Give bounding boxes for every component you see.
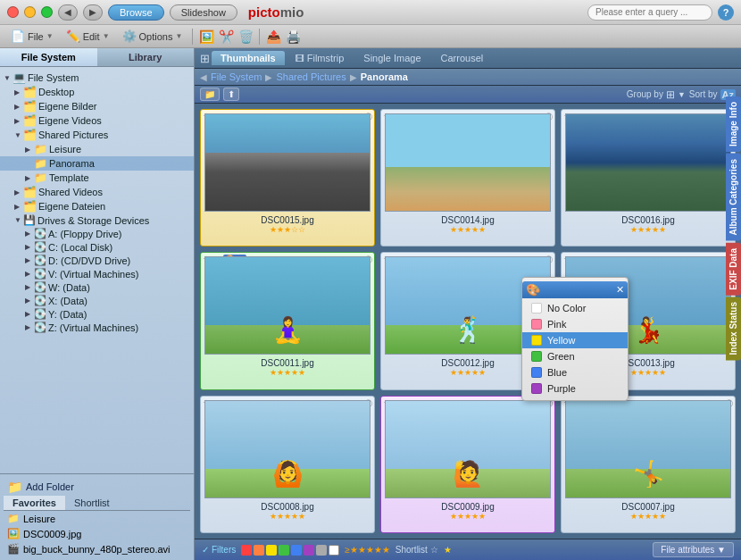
- tree-item-desktop[interactable]: ▶🗂️Desktop: [0, 85, 194, 99]
- menu-file[interactable]: 📄 File ▼: [5, 28, 59, 45]
- thumbnail-3[interactable]: ☆ ⓘ 🎨▼ 🧘‍♀️ DSC0011.jpg ★★★★★: [200, 252, 375, 389]
- color-filter-4[interactable]: [291, 545, 302, 556]
- fav-item-0[interactable]: 📁Leisure: [4, 511, 190, 526]
- tab-filesystem[interactable]: File System: [0, 48, 97, 66]
- shortlist-button[interactable]: Shortlist ☆: [395, 545, 438, 555]
- separator: [192, 29, 193, 45]
- tree-item-a[interactable]: ▶💽A: (Floppy Drive): [0, 227, 194, 240]
- color-filter-0[interactable]: [241, 545, 252, 556]
- thumbnail-7[interactable]: ☆ ⓘ 🙋 DSC0009.jpg ★★★★★: [380, 396, 555, 533]
- fav-tab-favorites[interactable]: Favorites: [4, 496, 65, 510]
- color-filter-6[interactable]: [316, 545, 327, 556]
- color-option-1[interactable]: Pink: [522, 316, 628, 332]
- maximize-button[interactable]: [41, 6, 53, 18]
- new-folder-button[interactable]: 📁: [200, 88, 220, 101]
- side-tab-2[interactable]: EXIF Data: [726, 243, 741, 296]
- tree-item-z[interactable]: ▶💽Z: (Virtual Machines): [0, 321, 194, 334]
- color-swatch-2: [531, 335, 542, 346]
- thumbnail-2[interactable]: ☆ ⓘ DSC0016.jpg ★★★★★: [561, 109, 736, 247]
- thumb-stars: ★★★★★: [270, 368, 305, 377]
- menu-options[interactable]: ⚙️ Options ▼: [117, 28, 188, 45]
- group-by-control[interactable]: Group by ⊞ ▼: [627, 88, 686, 101]
- thumbnail-1[interactable]: ☆ ⓘ DSC0014.jpg ★★★★★: [380, 109, 555, 247]
- side-tab-0[interactable]: Image Info: [726, 96, 741, 152]
- tab-thumbnails[interactable]: Thumbnails: [212, 51, 285, 65]
- tab-carrousel[interactable]: Carrousel: [432, 51, 493, 65]
- right-panel: ⊞ Thumbnails 🎞Filmstrip Single Image Car…: [195, 48, 741, 560]
- fav-item-2[interactable]: 🎬big_buck_bunny_480p_stereo.avi: [4, 541, 190, 556]
- tree-item-template[interactable]: ▶📁Template: [0, 171, 194, 185]
- color-filter-2[interactable]: [266, 545, 277, 556]
- tree-item-leisure[interactable]: ▶📁Leisure: [0, 142, 194, 156]
- thumbnail-6[interactable]: ☆ ⓘ 🙆 DSC0008.jpg ★★★★★: [200, 396, 375, 533]
- thumbnail-8[interactable]: ☆ ⓘ 🤸 DSC0007.jpg ★★★★★: [561, 396, 736, 533]
- tab-filmstrip[interactable]: 🎞Filmstrip: [287, 51, 354, 65]
- tab-single-image[interactable]: Single Image: [354, 51, 429, 65]
- toolbar-share-icon[interactable]: 📤: [264, 29, 282, 45]
- color-filter-3[interactable]: [279, 545, 289, 556]
- upload-button[interactable]: ⬆: [223, 88, 239, 101]
- color-filter-white[interactable]: [329, 545, 339, 556]
- search-input[interactable]: [587, 4, 712, 21]
- color-option-0[interactable]: No Color: [522, 300, 628, 316]
- fav-tab-shortlist[interactable]: Shortlist: [65, 496, 119, 510]
- forward-button[interactable]: ▶: [83, 4, 103, 21]
- tab-slideshow[interactable]: Slideshow: [170, 4, 237, 21]
- bottom-bar: ✓ Filters ≥ ★★★★★ Shortlist ☆ ★ File att…: [195, 539, 741, 560]
- tree-item-filesystem[interactable]: ▼💻File System: [0, 71, 194, 85]
- color-option-2[interactable]: Yellow: [522, 332, 628, 348]
- tree-item-d[interactable]: ▶💽D: (CD/DVD Drive): [0, 254, 194, 267]
- color-filter-1[interactable]: [254, 545, 264, 556]
- tree-item-x[interactable]: ▶💽X: (Data): [0, 294, 194, 307]
- stars-display: ★★★★★: [350, 545, 390, 555]
- help-button[interactable]: ?: [718, 4, 734, 21]
- breadcrumb-shared[interactable]: Shared Pictures: [276, 71, 346, 82]
- side-tab-3[interactable]: Index Status: [726, 297, 741, 360]
- close-button[interactable]: [7, 6, 19, 18]
- minimize-button[interactable]: [24, 6, 36, 18]
- side-tab-1[interactable]: Album Categories: [726, 154, 741, 241]
- tree-item-v[interactable]: ▶💽V: (Virtual Machines): [0, 267, 194, 280]
- add-folder-button[interactable]: 📁 Add Folder: [4, 478, 190, 496]
- thumb-silhouette: 🙋: [386, 459, 550, 489]
- thumb-silhouette: 🤸: [566, 459, 730, 489]
- color-context-menu: 🎨 ✕ No ColorPinkYellowGreenBluePurple: [521, 277, 629, 401]
- tree-item-eigene_videos[interactable]: ▶🗂️Eigene Videos: [0, 113, 194, 128]
- add-folder-icon: 📁: [7, 480, 22, 494]
- check-icon: ✓: [202, 545, 209, 555]
- menu-edit[interactable]: ✏️ Edit ▼: [61, 28, 115, 45]
- star-favorite[interactable]: ★: [444, 545, 452, 555]
- back-button[interactable]: ◀: [58, 4, 78, 21]
- tree-item-y[interactable]: ▶💽Y: (Data): [0, 307, 194, 321]
- toolbar-delete-icon[interactable]: 🗑️: [237, 29, 254, 45]
- tree-arrow: ▶: [25, 323, 32, 331]
- tree-arrow: ▶: [25, 230, 32, 238]
- breadcrumb-filesystem[interactable]: File System: [211, 71, 262, 82]
- tab-browse[interactable]: Browse: [108, 4, 164, 21]
- color-option-3[interactable]: Green: [522, 348, 628, 364]
- toolbar-cut-icon[interactable]: ✂️: [217, 29, 235, 45]
- tree-item-c[interactable]: ▶💽C: (Local Disk): [0, 240, 194, 254]
- file-attributes-button[interactable]: File attributes ▼: [653, 542, 734, 557]
- thumbnail-grid: ☆ ⓘ DSC0015.jpg ★★★☆☆ ☆ ⓘ DSC0014.jpg ★★…: [195, 104, 741, 539]
- tree-item-drives[interactable]: ▼💾Drives & Storage Devices: [0, 213, 194, 227]
- tree-item-eigene_dateien[interactable]: ▶🗂️Eigene Dateien: [0, 199, 194, 213]
- color-option-5[interactable]: Purple: [522, 380, 628, 397]
- tree-item-w[interactable]: ▶💽W: (Data): [0, 280, 194, 294]
- menu-edit-label: Edit: [83, 31, 100, 42]
- thumb-image: 🧘‍♀️: [204, 256, 370, 355]
- tree-arrow: ▶: [14, 203, 21, 211]
- color-filter-5[interactable]: [304, 545, 314, 556]
- view-tab-bar: ⊞ Thumbnails 🎞Filmstrip Single Image Car…: [195, 48, 741, 69]
- color-option-4[interactable]: Blue: [522, 364, 628, 380]
- tree-item-shared_videos[interactable]: ▶🗂️Shared Videos: [0, 185, 194, 199]
- color-menu-close[interactable]: ✕: [616, 284, 624, 296]
- toolbar-image-icon[interactable]: 🖼️: [197, 29, 215, 45]
- thumbnail-0[interactable]: ☆ ⓘ DSC0015.jpg ★★★☆☆: [200, 109, 375, 247]
- tab-library[interactable]: Library: [97, 48, 195, 66]
- tree-item-panorama[interactable]: 📁Panorama: [0, 156, 194, 171]
- tree-item-eigene_bilder[interactable]: ▶🗂️Eigene Bilder: [0, 99, 194, 113]
- toolbar-print-icon[interactable]: 🖨️: [284, 29, 302, 45]
- tree-item-shared_pictures[interactable]: ▼🗂️Shared Pictures: [0, 128, 194, 142]
- fav-item-1[interactable]: 🖼️DSC0009.jpg: [4, 526, 190, 541]
